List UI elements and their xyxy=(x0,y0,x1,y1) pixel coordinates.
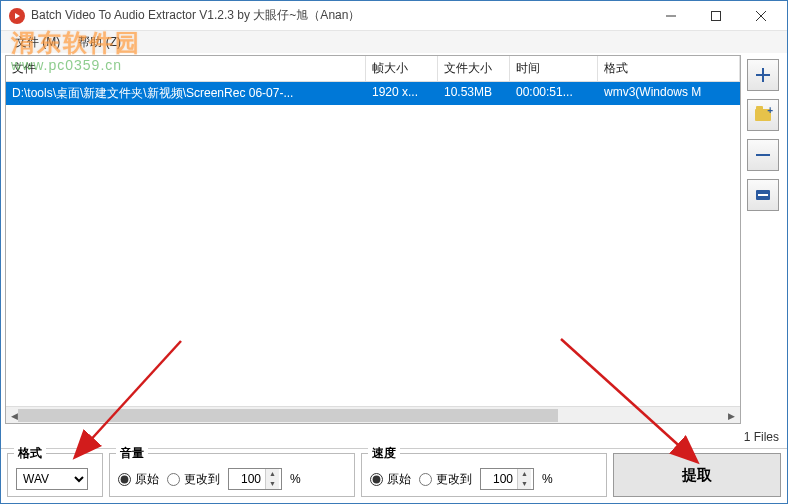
col-time[interactable]: 时间 xyxy=(510,56,598,81)
volume-change-input[interactable] xyxy=(167,473,180,486)
cell-time: 00:00:51... xyxy=(510,82,598,105)
speed-value[interactable] xyxy=(481,472,517,486)
volume-group: 音量 原始 更改到 ▲▼ % xyxy=(109,453,355,497)
add-folder-button[interactable] xyxy=(747,99,779,131)
cell-framesize: 1920 x... xyxy=(366,82,438,105)
col-format[interactable]: 格式 xyxy=(598,56,740,81)
speed-spinner[interactable]: ▲▼ xyxy=(480,468,534,490)
volume-original-input[interactable] xyxy=(118,473,131,486)
volume-label: 音量 xyxy=(116,445,148,462)
speed-change-input[interactable] xyxy=(419,473,432,486)
plus-icon xyxy=(756,68,770,82)
minus-icon xyxy=(756,154,770,156)
maximize-button[interactable] xyxy=(693,2,738,30)
clear-icon xyxy=(756,190,770,200)
col-filesize[interactable]: 文件大小 xyxy=(438,56,510,81)
menubar: 文件 (M) 帮助 (Z) xyxy=(1,31,787,53)
close-button[interactable] xyxy=(738,2,783,30)
speed-group: 速度 原始 更改到 ▲▼ % xyxy=(361,453,607,497)
speed-change-radio[interactable]: 更改到 xyxy=(419,471,472,488)
volume-change-radio[interactable]: 更改到 xyxy=(167,471,220,488)
percent-label: % xyxy=(290,472,301,486)
scroll-thumb[interactable] xyxy=(18,409,558,422)
speed-original-radio[interactable]: 原始 xyxy=(370,471,411,488)
spin-up-icon[interactable]: ▲ xyxy=(266,469,279,479)
menu-file[interactable]: 文件 (M) xyxy=(7,32,68,53)
spin-down-icon[interactable]: ▼ xyxy=(518,479,531,489)
scroll-right-icon[interactable]: ▶ xyxy=(723,407,740,424)
percent-label: % xyxy=(542,472,553,486)
minimize-button[interactable] xyxy=(648,2,693,30)
volume-value[interactable] xyxy=(229,472,265,486)
cell-format: wmv3(Windows M xyxy=(598,82,740,105)
file-table: 文件 帧大小 文件大小 时间 格式 D:\tools\桌面\新建文件夹\新视频\… xyxy=(5,55,741,424)
format-label: 格式 xyxy=(14,445,46,462)
table-row[interactable]: D:\tools\桌面\新建文件夹\新视频\ScreenRec 06-07-..… xyxy=(6,82,740,105)
titlebar[interactable]: Batch Video To Audio Extractor V1.2.3 by… xyxy=(1,1,787,31)
remove-button[interactable] xyxy=(747,139,779,171)
col-framesize[interactable]: 帧大小 xyxy=(366,56,438,81)
format-select[interactable]: WAV xyxy=(16,468,88,490)
add-file-button[interactable] xyxy=(747,59,779,91)
volume-original-radio[interactable]: 原始 xyxy=(118,471,159,488)
cell-file: D:\tools\桌面\新建文件夹\新视频\ScreenRec 06-07-..… xyxy=(6,82,366,105)
cell-filesize: 10.53MB xyxy=(438,82,510,105)
horizontal-scrollbar[interactable]: ◀ ▶ xyxy=(6,406,740,423)
speed-original-input[interactable] xyxy=(370,473,383,486)
format-group: 格式 WAV xyxy=(7,453,103,497)
clear-button[interactable] xyxy=(747,179,779,211)
folder-plus-icon xyxy=(755,109,771,121)
window-title: Batch Video To Audio Extractor V1.2.3 by… xyxy=(31,7,648,24)
spin-down-icon[interactable]: ▼ xyxy=(266,479,279,489)
table-header: 文件 帧大小 文件大小 时间 格式 xyxy=(6,56,740,82)
volume-spinner[interactable]: ▲▼ xyxy=(228,468,282,490)
menu-help[interactable]: 帮助 (Z) xyxy=(70,32,129,53)
svg-rect-1 xyxy=(711,11,720,20)
spin-up-icon[interactable]: ▲ xyxy=(518,469,531,479)
extract-button[interactable]: 提取 xyxy=(613,453,781,497)
speed-label: 速度 xyxy=(368,445,400,462)
col-file[interactable]: 文件 xyxy=(6,56,366,81)
file-count: 1 Files xyxy=(744,430,779,444)
app-icon xyxy=(9,8,25,24)
